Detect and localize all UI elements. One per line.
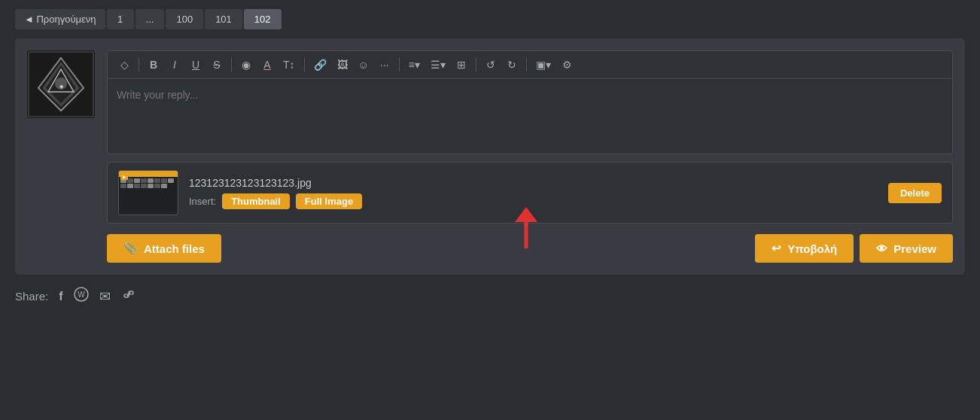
insert-row: Insert: Thumbnail Full Image <box>189 193 878 209</box>
thumb-cell <box>141 178 147 183</box>
avatar: ◆ <box>27 50 95 118</box>
preview-label: Preview <box>893 242 936 255</box>
page-100-button[interactable]: 100 <box>166 9 203 29</box>
svg-text:W: W <box>78 291 85 299</box>
editor-area: ◇ B I U S ◉ A T↕ 🔗 🖼 ☺ ··· ≡▾ <box>107 50 953 263</box>
reply-box: ◆ ◇ B I U S ◉ A T↕ <box>15 38 965 275</box>
emoji-button[interactable]: ☺ <box>355 56 373 74</box>
thumb-icon: ▶ <box>120 172 128 180</box>
write-area[interactable]: Write your reply... <box>107 79 953 154</box>
insert-label: Insert: <box>189 196 216 207</box>
highlight-button[interactable]: ◉ <box>237 56 255 74</box>
submit-label: Υποβολή <box>787 242 837 255</box>
font-color-button[interactable]: A <box>258 56 276 74</box>
full-image-insert-button[interactable]: Full Image <box>296 193 362 209</box>
thumb-cell <box>148 184 154 188</box>
thumb-cell <box>161 178 167 183</box>
thumb-cell <box>161 184 167 188</box>
preview-icon: 👁 <box>876 242 887 255</box>
strikethrough-button[interactable]: S <box>208 56 226 74</box>
attachment-thumbnail: ▶ <box>118 170 178 215</box>
align-button[interactable]: ≡▾ <box>405 56 424 74</box>
right-action-buttons: ↩ Υποβολή 👁 Preview <box>755 234 953 263</box>
share-row: Share: f W ✉ <box>0 275 980 318</box>
whatsapp-share-icon[interactable]: W <box>74 287 89 306</box>
italic-button[interactable]: I <box>166 56 184 74</box>
image-button[interactable]: 🖼 <box>333 56 352 74</box>
attachment-filename: 123123123123123123.jpg <box>189 177 878 189</box>
attach-files-button[interactable]: 📎 Attach files <box>107 234 221 263</box>
toolbar-separator-3 <box>304 58 305 72</box>
delete-button[interactable]: Delete <box>888 183 942 203</box>
pagination: ◄ Προηγούμενη 1 ... 100 101 102 <box>0 0 980 38</box>
toolbar-separator-4 <box>399 58 400 72</box>
thumb-cell <box>127 184 133 188</box>
thumb-cell <box>168 178 174 183</box>
write-placeholder: Write your reply... <box>117 89 198 101</box>
link-share-icon[interactable] <box>121 287 136 306</box>
attach-files-label: Attach files <box>144 242 205 255</box>
thumbnail-insert-button[interactable]: Thumbnail <box>222 193 290 209</box>
settings-button[interactable]: ⚙ <box>558 56 576 74</box>
bold-button[interactable]: B <box>145 56 163 74</box>
thumb-cell <box>134 178 140 183</box>
attachment-row: ▶ 123123123123123123.jpg Insert: Thumbna… <box>107 162 953 224</box>
more-button[interactable]: ··· <box>376 56 394 74</box>
redo-button[interactable]: ↻ <box>503 56 521 74</box>
font-size-button[interactable]: T↕ <box>279 56 299 74</box>
page-1-button[interactable]: 1 <box>107 9 134 29</box>
editor-toolbar: ◇ B I U S ◉ A T↕ 🔗 🖼 ☺ ··· ≡▾ <box>107 50 953 154</box>
toolbar-separator-5 <box>476 58 476 72</box>
thumb-preview: ▶ <box>119 171 178 215</box>
thumb-cell <box>154 184 160 188</box>
submit-button[interactable]: ↩ Υποβολή <box>755 234 854 263</box>
submit-icon: ↩ <box>772 242 781 255</box>
main-container: ◆ ◇ B I U S ◉ A T↕ <box>0 38 980 275</box>
toolbar-separator-2 <box>231 58 232 72</box>
facebook-share-icon[interactable]: f <box>59 290 62 303</box>
attachment-info: 123123123123123123.jpg Insert: Thumbnail… <box>189 177 878 209</box>
undo-button[interactable]: ↺ <box>482 56 500 74</box>
thumb-cell <box>148 178 154 183</box>
paperclip-icon: 📎 <box>123 242 138 255</box>
email-share-icon[interactable]: ✉ <box>99 288 111 305</box>
toolbar-separator-6 <box>526 58 527 72</box>
page-101-button[interactable]: 101 <box>205 9 242 29</box>
thumb-cell <box>134 184 140 188</box>
page-102-button[interactable]: 102 <box>244 9 282 29</box>
thumb-cell <box>127 178 133 183</box>
toolbar-separator-1 <box>138 58 139 72</box>
list-button[interactable]: ☰▾ <box>427 56 449 74</box>
table-button[interactable]: ⊞ <box>452 56 470 74</box>
media-button[interactable]: ▣▾ <box>532 56 555 74</box>
svg-marker-9 <box>515 207 537 222</box>
link-button[interactable]: 🔗 <box>310 56 330 74</box>
underline-button[interactable]: U <box>187 56 205 74</box>
toolbar-row: ◇ B I U S ◉ A T↕ 🔗 🖼 ☺ ··· ≡▾ <box>107 50 953 79</box>
eraser-button[interactable]: ◇ <box>115 56 133 74</box>
thumb-cell <box>120 184 126 188</box>
thumb-cell <box>154 178 160 183</box>
share-label: Share: <box>15 290 48 303</box>
page-ellipsis: ... <box>135 9 165 29</box>
prev-page-button[interactable]: ◄ Προηγούμενη <box>15 9 105 29</box>
thumb-cell <box>141 184 147 188</box>
action-row: 📎 Attach files ↩ Υποβολή 👁 Preview <box>107 234 953 263</box>
preview-button[interactable]: 👁 Preview <box>860 234 953 263</box>
